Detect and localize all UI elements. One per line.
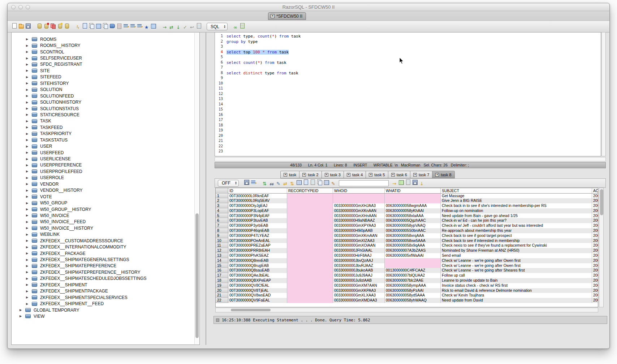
sidebar-item-zkfedex-package[interactable]: ▶ZKFEDEX__PACKAGE xyxy=(12,250,194,256)
indent-icon[interactable] xyxy=(123,23,129,29)
expand-triangle-icon[interactable]: ▶ xyxy=(26,44,29,47)
export-icon[interactable] xyxy=(89,23,95,29)
table-cell[interactable]: 00T3000000PfvKSEAZ xyxy=(228,253,287,258)
expand-triangle-icon[interactable]: ▶ xyxy=(26,69,29,72)
table-cell[interactable]: 200 xyxy=(592,213,598,218)
table-cell[interactable]: 006300000058ympAAA xyxy=(385,283,441,288)
editor-line[interactable] xyxy=(226,113,601,118)
tab-close-icon[interactable]: ✕ xyxy=(325,173,328,177)
go-forward-icon[interactable]: → xyxy=(161,25,168,31)
table-cell[interactable] xyxy=(287,208,333,213)
sidebar-item-zkfedex-shipmatepreference-history[interactable]: ▶ZKFEDEX__SHIPMATEPREFERENCE__HISTORY xyxy=(12,269,194,275)
table-cell[interactable] xyxy=(287,228,333,233)
row-number[interactable]: 11 xyxy=(216,243,228,248)
commit-check-icon[interactable]: ✓ xyxy=(182,25,188,31)
download-icon[interactable]: ↓ xyxy=(419,181,425,187)
save-icon[interactable] xyxy=(25,23,31,29)
expand-triangle-icon[interactable]: ▶ xyxy=(26,220,29,224)
expand-triangle-icon[interactable]: ▶ xyxy=(26,302,29,306)
row-number[interactable]: 2 xyxy=(216,198,228,203)
row-number[interactable]: 5 xyxy=(216,213,228,218)
sidebar-item-zkfedex-shipmatepreference[interactable]: ▶ZKFEDEX__SHIPMATEPREFERENCE xyxy=(12,263,194,269)
row-number[interactable]: 4 xyxy=(216,208,228,213)
table-cell[interactable]: 200 xyxy=(592,283,598,288)
sidebar-item-taskstatus[interactable]: ▶TASKSTATUS xyxy=(12,137,194,143)
table-cell[interactable]: 00T3000000L0RqSEAV xyxy=(228,198,287,203)
table-cell[interactable]: 0033000000JbukoAAB xyxy=(333,268,385,273)
sidebar-item-user[interactable]: ▶USER xyxy=(12,143,194,149)
sidebar-item-userprofilefeed[interactable]: ▶USERPROFILEFEED xyxy=(12,168,194,174)
table-row[interactable]: 2000T3000000QV8TjEAL0033000000GmXKPAA300… xyxy=(216,288,598,293)
table-cell[interactable]: Check w/ Leanne - we're going after Owen… xyxy=(441,263,592,268)
table-cell[interactable] xyxy=(287,233,333,238)
copy-grid-icon[interactable] xyxy=(323,179,329,185)
column-header-ac[interactable]: AC xyxy=(592,188,598,194)
table-cell[interactable]: 00T3000000P47LYEAZ xyxy=(228,233,287,238)
table-cell[interactable]: 0033000000GmXLXAA3 xyxy=(333,293,385,298)
table-row[interactable]: 1600T3000000Q8sauEAB0033000000JbukoAAB00… xyxy=(216,268,598,273)
sidebar-item-zkfedex-internationalcommodity[interactable]: ▶ZKFEDEX__INTERNATIONALCOMMODITY xyxy=(12,244,194,250)
tab-close-icon[interactable]: ✕ xyxy=(284,173,287,177)
tab-close-icon[interactable]: ✕ xyxy=(271,14,275,18)
table-cell[interactable]: 0033000000JbvQzAAJ xyxy=(333,258,385,263)
expand-triangle-icon[interactable]: ▶ xyxy=(26,226,29,230)
expand-triangle-icon[interactable]: ▶ xyxy=(26,63,29,66)
table-cell[interactable]: Give Jenn a BIG RAISE xyxy=(441,198,592,203)
editor-line[interactable] xyxy=(226,55,601,60)
save-grid-icon[interactable] xyxy=(412,179,418,185)
editor-line[interactable] xyxy=(226,134,601,139)
expand-triangle-icon[interactable]: ▶ xyxy=(26,132,29,135)
table-cell[interactable]: 00T3000000QV8TjEAL xyxy=(228,288,287,293)
sidebar-item-taskpriority[interactable]: ▶TASKPRIORITY xyxy=(12,131,194,137)
fetch-icon[interactable]: ↓ xyxy=(175,25,181,31)
table-cell[interactable] xyxy=(385,198,441,203)
expand-triangle-icon[interactable]: ▶ xyxy=(26,94,29,98)
column-header-id[interactable]: ID xyxy=(228,188,287,194)
table-cell[interactable]: 00T3000000QV8wsEAD xyxy=(228,293,287,298)
table-cell[interactable]: 200 xyxy=(592,248,598,253)
table-row[interactable]: 1000T3000000POeAnEAL0033000000GmXIZAA300… xyxy=(216,238,598,243)
table-cell[interactable]: 200 xyxy=(592,203,598,208)
sidebar-item-w50-invoice[interactable]: ▶W50_INVOICE xyxy=(12,212,194,218)
row-number[interactable]: 18 xyxy=(216,278,228,283)
table-cell[interactable]: 006300000058wgmAAA xyxy=(385,203,441,208)
table-cell[interactable]: 0033000000JbvRJAAZ xyxy=(333,263,385,268)
expand-triangle-icon[interactable]: ▶ xyxy=(26,170,29,173)
table-cell[interactable]: 0033000000H9i0pAAB xyxy=(333,228,385,233)
row-number[interactable]: 10 xyxy=(216,238,228,243)
autocommit-select[interactable]: OFF ▲▼ xyxy=(218,180,239,187)
expand-triangle-icon[interactable]: ▶ xyxy=(26,113,29,116)
table-cell[interactable]: 200 xyxy=(592,273,598,278)
table-cell[interactable]: Check back in to see if she's interested… xyxy=(441,203,592,208)
sidebar-item-sitefeed[interactable]: ▶SITEFEED xyxy=(12,74,194,80)
table-cell[interactable]: 0033000000GmXKPAA3 xyxy=(333,288,385,293)
open-file-icon[interactable] xyxy=(18,23,24,29)
table-cell[interactable]: Rick to email David & reference Delmonte… xyxy=(441,288,592,293)
table-row[interactable]: 1800T3000000QBXPeEAP0033000000Ju9zlAAB00… xyxy=(216,278,598,283)
table-cell[interactable]: 0033000000GmXHnAAN xyxy=(333,213,385,218)
result-tab-task-5[interactable]: ✕task 5 xyxy=(366,171,388,178)
format-sql-icon[interactable] xyxy=(137,23,143,29)
table-row[interactable]: 1200T3000000PRR8rEAH0033000000JFhGlAAL00… xyxy=(216,248,598,253)
table-cell[interactable]: 00T3000000Q8sauEAB xyxy=(228,268,287,273)
table-row[interactable]: 500T3000000P3N4pEAF0033000000GmXHnAAN006… xyxy=(216,213,598,218)
disconnect-icon[interactable] xyxy=(43,23,49,29)
sidebar-item-w50-invoice-feed[interactable]: ▶W50_INVOICE__FEED xyxy=(12,219,194,225)
table-cell[interactable]: 006300000058yhWAAQ xyxy=(385,298,441,303)
sidebar-item-rooms[interactable]: ▶ROOMS xyxy=(12,36,194,42)
table-cell[interactable]: 00T3000000P3yrbEAB xyxy=(228,223,287,228)
table-cell[interactable]: 006300000058x9qAAA xyxy=(385,243,441,248)
table-cell[interactable] xyxy=(287,293,333,298)
expand-triangle-icon[interactable]: ▶ xyxy=(26,208,29,211)
sidebar-scrollbar[interactable] xyxy=(194,33,199,344)
table-cell[interactable] xyxy=(287,288,333,293)
table-cell[interactable]: 200 xyxy=(592,253,598,258)
table-row[interactable]: 2200T3000000QV9FaEAL0033000000GmXMDAA300… xyxy=(216,298,598,303)
table-cell[interactable]: Need update from Bain - gave go ahead 1/… xyxy=(441,213,592,218)
table-cell[interactable] xyxy=(287,203,333,208)
sidebar-item-userlicense[interactable]: ▶USERLICENSE xyxy=(12,156,194,162)
expand-triangle-icon[interactable]: ▶ xyxy=(26,120,29,123)
sidebar-item-selfserviceuser[interactable]: ▶SELFSERVICEUSER xyxy=(12,55,194,61)
table-row[interactable]: 1400T3000000Q8rexEAB0033000000JbvQzAAJCh… xyxy=(216,258,598,263)
table-cell[interactable]: 006300000058xw5AAA xyxy=(385,238,441,243)
